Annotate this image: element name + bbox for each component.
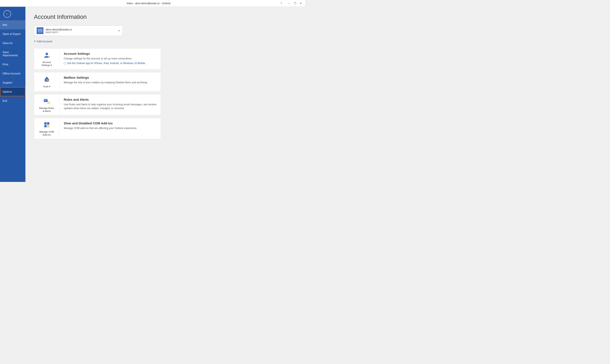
sidebar-item-print[interactable]: Print <box>0 60 26 69</box>
mailbox-settings-title: Mailbox Settings <box>64 76 156 79</box>
restore-button[interactable]: ❐ <box>292 1 297 6</box>
sidebar-item-save-as[interactable]: Save As <box>0 39 26 48</box>
svg-rect-16 <box>47 122 49 125</box>
close-button[interactable]: ✕ <box>298 1 303 6</box>
svg-rect-6 <box>46 77 48 78</box>
account-settings-icon-button[interactable]: AccountSettings ▾ <box>34 48 59 69</box>
svg-point-20 <box>48 126 48 127</box>
sidebar-item-save-attachments[interactable]: Save Attachments <box>0 48 26 60</box>
rules-alerts-icon-button[interactable]: Manage Rules& Alerts <box>34 94 59 115</box>
svg-rect-15 <box>44 122 47 125</box>
title-bar: Inbox - alice-demo@seald.co - Outlook ? … <box>0 0 305 7</box>
com-addins-title: Slow and Disabled COM Add-ins <box>64 121 156 125</box>
account-settings-icon-label: AccountSettings ▾ <box>42 61 52 67</box>
manage-com-icon-label: Manage COMAdd-ins <box>39 130 54 136</box>
sidebar-item-info[interactable]: Info <box>0 20 26 29</box>
account-settings-icon <box>42 51 51 59</box>
back-button[interactable]: ← <box>3 10 11 18</box>
account-settings-link[interactable]: Get the Outlook app for iPhone, iPad, An… <box>64 62 156 65</box>
rules-alerts-content: Rules and Alerts Use Rules and Alerts to… <box>59 94 161 115</box>
help-button[interactable]: ? <box>279 1 284 6</box>
account-email: alice-demo@seald.co <box>45 28 118 31</box>
com-addins-card: Manage COMAdd-ins Slow and Disabled COM … <box>34 118 161 139</box>
account-selector[interactable]: alice-demo@seald.co IMAP/SMTP ▼ <box>34 25 123 36</box>
com-addins-icon-button[interactable]: Manage COMAdd-ins <box>34 118 59 139</box>
add-account-button[interactable]: + Add Account <box>34 39 52 44</box>
rules-alerts-card: Manage Rules& Alerts Rules and Alerts Us… <box>34 94 161 116</box>
manage-rules-icon <box>42 97 51 105</box>
sidebar-item-office-account[interactable]: Office Account <box>0 69 26 78</box>
tools-icon-label: Tools ▾ <box>43 85 50 88</box>
rules-alerts-title: Rules and Alerts <box>64 98 156 101</box>
mailbox-settings-card: Tools ▾ Mailbox Settings Manage the size… <box>34 72 161 91</box>
account-settings-title: Account Settings <box>64 52 156 55</box>
account-settings-content: Account Settings Change settings for thi… <box>59 48 161 69</box>
content-area: Account Information alice-demo@seald.co … <box>26 7 305 182</box>
tools-icon <box>42 75 51 84</box>
com-addins-content: Slow and Disabled COM Add-ins Manage COM… <box>59 118 161 139</box>
page-title: Account Information <box>34 13 297 20</box>
main-layout: ← Info Open & Export Save As Save Attach… <box>0 7 305 182</box>
link-square-icon <box>64 62 66 64</box>
svg-point-3 <box>49 57 49 57</box>
com-addins-description: Manage COM add-ins that are affecting yo… <box>64 126 156 130</box>
account-details: alice-demo@seald.co IMAP/SMTP <box>45 28 118 34</box>
account-settings-card: AccountSettings ▾ Account Settings Chang… <box>34 48 161 70</box>
account-icon <box>37 27 43 34</box>
minimize-button[interactable]: ─ <box>286 1 291 6</box>
rules-alerts-description: Use Rules and Alerts to help organize yo… <box>64 103 156 110</box>
svg-rect-17 <box>44 125 47 127</box>
window-controls: ? ─ ❐ ✕ <box>279 1 303 6</box>
sidebar-item-exit[interactable]: Exit <box>0 96 26 105</box>
add-account-plus-icon: + <box>34 39 36 43</box>
account-settings-description: Change settings for this account or set … <box>64 57 156 61</box>
sidebar-item-options[interactable]: Options <box>0 87 26 96</box>
account-dropdown-arrow: ▼ <box>118 30 120 32</box>
svg-point-1 <box>45 53 48 55</box>
sidebar-back-area: ← <box>0 7 26 20</box>
svg-point-10 <box>48 102 49 103</box>
window-title: Inbox - alice-demo@seald.co - Outlook <box>19 2 279 5</box>
mailbox-settings-icon-button[interactable]: Tools ▾ <box>34 72 59 91</box>
manage-com-icon <box>42 121 51 129</box>
mailbox-settings-description: Manage the size of your mailbox by empty… <box>64 81 156 84</box>
sidebar-item-open-export[interactable]: Open & Export <box>0 29 26 39</box>
mailbox-settings-content: Mailbox Settings Manage the size of your… <box>59 72 161 91</box>
manage-rules-icon-label: Manage Rules& Alerts <box>39 107 54 113</box>
account-type: IMAP/SMTP <box>45 31 118 34</box>
sidebar: ← Info Open & Export Save As Save Attach… <box>0 7 26 182</box>
sidebar-item-support[interactable]: Support <box>0 78 26 87</box>
